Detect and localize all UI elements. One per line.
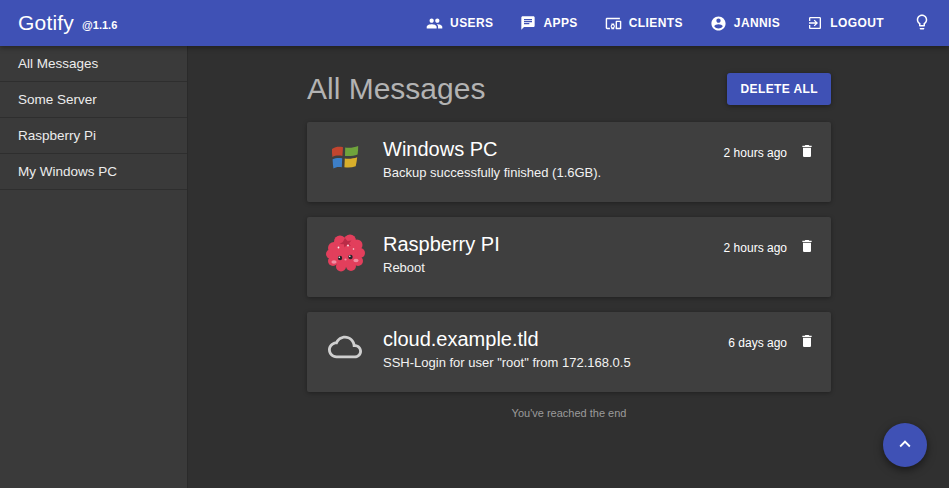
windows-logo-icon	[325, 137, 365, 177]
nav-apps-label: APPS	[543, 16, 577, 30]
delete-all-button[interactable]: DELETE ALL	[727, 73, 831, 105]
delete-message-button[interactable]	[793, 139, 821, 166]
nav-clients-label: CLIENTS	[629, 16, 683, 30]
message-meta: 2 hours ago	[724, 139, 821, 166]
appbar: Gotify @1.1.6 USERS APPS CLIENTS	[0, 0, 949, 46]
message-body: Reboot	[383, 260, 724, 275]
raspberry-icon	[325, 232, 365, 272]
nav-logout[interactable]: LOGOUT	[807, 15, 884, 31]
message-texts: Windows PC Backup successfully finished …	[383, 136, 724, 180]
app-title: Gotify	[18, 11, 74, 35]
page-title: All Messages	[307, 72, 485, 106]
sidebar-item-label: Some Server	[18, 92, 97, 107]
chevron-up-icon	[894, 433, 916, 458]
nav-users[interactable]: USERS	[426, 15, 493, 32]
sidebar-item-some-server[interactable]: Some Server	[0, 82, 187, 118]
gotify-app: Gotify @1.1.6 USERS APPS CLIENTS	[0, 0, 949, 488]
sidebar-item-raspberry-pi[interactable]: Raspberry Pi	[0, 118, 187, 154]
end-of-list-text: You've reached the end	[307, 407, 831, 419]
page-header: All Messages DELETE ALL	[307, 72, 831, 106]
appbar-nav: USERS APPS CLIENTS JANNIS	[426, 11, 933, 36]
sidebar-item-label: Raspberry Pi	[18, 128, 96, 143]
message-texts: Raspberry PI Reboot	[383, 231, 724, 275]
message-meta: 2 hours ago	[724, 234, 821, 261]
message-texts: cloud.example.tld SSH-Login for user "ro…	[383, 326, 728, 370]
sidebar: All Messages Some Server Raspberry Pi My…	[0, 46, 188, 488]
message-card-cloud: cloud.example.tld SSH-Login for user "ro…	[307, 312, 831, 392]
message-title: Windows PC	[383, 138, 724, 160]
message-title: Raspberry PI	[383, 233, 724, 255]
message-timestamp: 6 days ago	[728, 336, 787, 350]
cloud-icon	[325, 327, 365, 367]
scroll-to-top-button[interactable]	[883, 423, 927, 467]
delete-message-button[interactable]	[793, 329, 821, 356]
nav-clients[interactable]: CLIENTS	[605, 15, 683, 32]
users-icon	[426, 15, 443, 32]
sidebar-item-all-messages[interactable]: All Messages	[0, 46, 187, 82]
lightbulb-icon	[913, 13, 931, 34]
logout-icon	[807, 15, 823, 31]
message-card-raspberry-pi: Raspberry PI Reboot 2 hours ago	[307, 217, 831, 297]
nav-apps[interactable]: APPS	[520, 15, 577, 31]
devices-icon	[605, 15, 622, 32]
trash-icon	[799, 143, 815, 162]
message-meta: 6 days ago	[728, 329, 821, 356]
delete-message-button[interactable]	[793, 234, 821, 261]
message-timestamp: 2 hours ago	[724, 146, 787, 160]
message-card-windows-pc: Windows PC Backup successfully finished …	[307, 122, 831, 202]
nav-profile[interactable]: JANNIS	[710, 15, 780, 32]
message-title: cloud.example.tld	[383, 328, 728, 350]
nav-profile-label: JANNIS	[734, 16, 780, 30]
trash-icon	[799, 238, 815, 257]
message-body: SSH-Login for user "root" from 172.168.0…	[383, 355, 728, 370]
message-timestamp: 2 hours ago	[724, 241, 787, 255]
sidebar-item-label: My Windows PC	[18, 164, 117, 179]
nav-logout-label: LOGOUT	[830, 16, 884, 30]
sidebar-item-label: All Messages	[18, 56, 98, 71]
sidebar-item-my-windows-pc[interactable]: My Windows PC	[0, 154, 187, 190]
trash-icon	[799, 333, 815, 352]
nav-users-label: USERS	[450, 16, 493, 30]
main-content: All Messages DELETE ALL Windows PC Backu…	[189, 46, 949, 488]
message-body: Backup successfully finished (1.6GB).	[383, 165, 724, 180]
chat-icon	[520, 15, 536, 31]
app-version: @1.1.6	[82, 19, 117, 31]
account-circle-icon	[710, 15, 727, 32]
theme-toggle-button[interactable]	[911, 11, 933, 36]
